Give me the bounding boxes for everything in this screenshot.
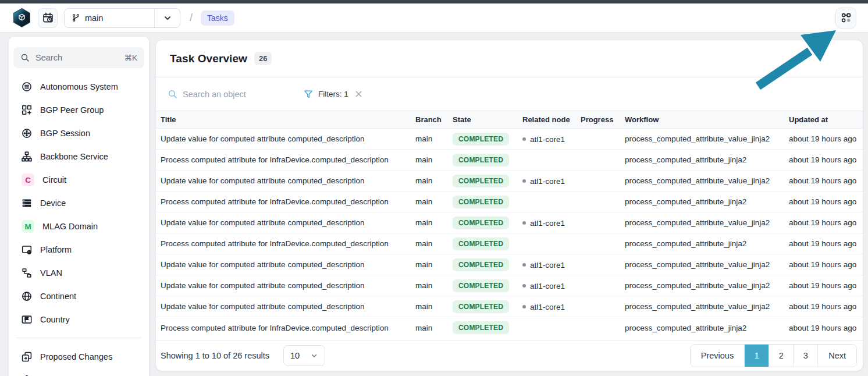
- sidebar-item-label: Backbone Service: [40, 152, 108, 161]
- table-row[interactable]: Update value for computed attribute comp…: [156, 296, 863, 317]
- sidebar-item-label: Continent: [40, 292, 76, 301]
- table-row[interactable]: Update value for computed attribute comp…: [156, 275, 863, 296]
- sidebar-item-label: MLAG Domain: [42, 222, 98, 231]
- previous-button[interactable]: Previous: [691, 345, 745, 367]
- cell-workflow: process_computed_attribute_value_jinja2: [625, 176, 789, 185]
- sidebar-search[interactable]: Search ⌘K: [13, 47, 144, 68]
- cell-title: Update value for computed attribute comp…: [161, 302, 415, 311]
- table-row[interactable]: Update value for computed attribute comp…: [156, 212, 863, 233]
- sidebar-item-label: Device: [40, 198, 66, 208]
- sidebar-item-autonomous-system[interactable]: Autonomous System: [13, 75, 144, 98]
- sidebar-item-continent[interactable]: Continent: [13, 285, 144, 308]
- app-screen: main / Tasks: [0, 0, 868, 376]
- cell-related-node: atl1-core1: [522, 176, 581, 186]
- node-status-dot: [522, 221, 526, 225]
- node-status-dot: [522, 305, 526, 308]
- sidebar-item-mlag-domain[interactable]: MMLAG Domain: [13, 215, 144, 238]
- next-button[interactable]: Next: [818, 345, 856, 367]
- filters-chip[interactable]: Filters: 1: [304, 89, 364, 99]
- cell-branch: main: [415, 260, 453, 269]
- cell-branch: main: [415, 155, 453, 164]
- schema-visualizer-button[interactable]: [835, 8, 856, 29]
- cell-branch: main: [415, 239, 453, 248]
- table-toolbar: Search an object Filters: 1: [156, 77, 863, 111]
- sidebar: Search ⌘K Autonomous SystemBGP Peer Grou…: [8, 36, 150, 376]
- page-size-value: 10: [290, 351, 300, 360]
- state-badge: COMPLETED: [453, 258, 509, 271]
- branch-selector[interactable]: main: [64, 8, 180, 28]
- column-header-branch: Branch: [415, 115, 453, 124]
- cell-state: COMPLETED: [453, 321, 522, 334]
- table-row[interactable]: Process computed attribute for InfraDevi…: [156, 150, 863, 171]
- sidebar-item-label: BGP Peer Group: [40, 105, 104, 115]
- cell-related-node: atl1-core1: [522, 218, 581, 228]
- clear-filters-button[interactable]: [354, 89, 364, 99]
- sidebar-item-proposed-changes[interactable]: Proposed Changes: [13, 345, 144, 368]
- related-node-label: atl1-core1: [530, 303, 565, 311]
- vlan-icon: [22, 268, 32, 278]
- sidebar-item-bgp-peer-group[interactable]: BGP Peer Group: [13, 98, 144, 122]
- sidebar-item-vlan[interactable]: VLAN: [13, 261, 144, 285]
- breadcrumb-tasks[interactable]: Tasks: [201, 10, 234, 26]
- cell-state: COMPLETED: [453, 196, 522, 208]
- cell-branch: main: [415, 218, 453, 227]
- time-travel-button[interactable]: [38, 8, 58, 28]
- cell-updated-at: about 19 hours ago: [789, 155, 863, 164]
- page-button-1[interactable]: 1: [745, 345, 769, 367]
- table-row[interactable]: Process computed attribute for InfraDevi…: [156, 317, 863, 338]
- table-footer: Showing 1 to 10 of 26 results 10 Previou…: [156, 340, 863, 371]
- letter-badge-icon: M: [22, 220, 34, 233]
- branch-dropdown-toggle[interactable]: [154, 9, 180, 27]
- card-header: Task Overview 26: [156, 40, 863, 77]
- sidebar-item-label: Platform: [40, 245, 72, 254]
- sidebar-item-label: Circuit: [42, 175, 66, 185]
- sidebar-item-backbone-service[interactable]: Backbone Service: [13, 145, 144, 168]
- country-icon: [22, 314, 32, 325]
- table-header-row: TitleBranchStateRelated nodeProgressWork…: [156, 111, 863, 129]
- proposed-changes-icon: [22, 352, 32, 362]
- cell-updated-at: about 19 hours ago: [789, 302, 863, 311]
- cell-state: COMPLETED: [453, 217, 522, 229]
- app-header: main / Tasks: [0, 3, 868, 33]
- cell-related-node: atl1-core1: [522, 260, 581, 269]
- sidebar-item-platform[interactable]: Platform: [13, 238, 144, 261]
- page-button-2[interactable]: 2: [769, 345, 794, 367]
- state-badge: COMPLETED: [453, 237, 509, 250]
- sidebar-item-object-management[interactable]: Object Management: [13, 368, 144, 376]
- chevron-down-icon: [310, 352, 318, 360]
- state-badge: COMPLETED: [453, 279, 509, 292]
- cell-updated-at: about 19 hours ago: [789, 197, 863, 206]
- table-row[interactable]: Process computed attribute for InfraDevi…: [156, 233, 863, 254]
- related-node-label: atl1-core1: [530, 135, 565, 144]
- cell-branch: main: [415, 324, 453, 332]
- node-status-dot: [522, 179, 526, 183]
- cell-branch: main: [415, 302, 453, 311]
- sidebar-item-device[interactable]: Device: [13, 191, 144, 215]
- cell-title: Update value for computed attribute comp…: [161, 281, 415, 290]
- cell-title: Process computed attribute for InfraDevi…: [161, 239, 415, 248]
- table-row[interactable]: Update value for computed attribute comp…: [156, 171, 863, 191]
- infrahub-logo[interactable]: [12, 8, 31, 29]
- state-badge: COMPLETED: [453, 196, 509, 208]
- cell-workflow: process_computed_attribute_jinja2: [625, 239, 789, 248]
- page-button-3[interactable]: 3: [794, 345, 818, 367]
- branch-selector-value[interactable]: main: [65, 9, 154, 27]
- table-row[interactable]: Update value for computed attribute comp…: [156, 129, 863, 150]
- sidebar-item-bgp-session[interactable]: BGP Session: [13, 122, 144, 145]
- cell-title: Update value for computed attribute comp…: [161, 218, 415, 227]
- state-badge: COMPLETED: [453, 133, 509, 146]
- funnel-icon: [304, 90, 313, 99]
- search-icon: [168, 89, 177, 99]
- cell-title: Update value for computed attribute comp…: [161, 260, 415, 269]
- table-row[interactable]: Process computed attribute for InfraDevi…: [156, 191, 863, 212]
- cell-workflow: process_computed_attribute_value_jinja2: [625, 281, 789, 290]
- object-search-input[interactable]: Search an object: [168, 89, 291, 99]
- sidebar-item-circuit[interactable]: CCircuit: [13, 168, 144, 191]
- related-node-label: atl1-core1: [530, 219, 565, 228]
- object-search-placeholder: Search an object: [183, 90, 246, 99]
- sidebar-item-country[interactable]: Country: [13, 308, 144, 331]
- calendar-clock-icon: [42, 12, 54, 23]
- page-size-select[interactable]: 10: [283, 345, 325, 366]
- table-row[interactable]: Update value for computed attribute comp…: [156, 254, 863, 275]
- cell-updated-at: about 19 hours ago: [789, 134, 863, 143]
